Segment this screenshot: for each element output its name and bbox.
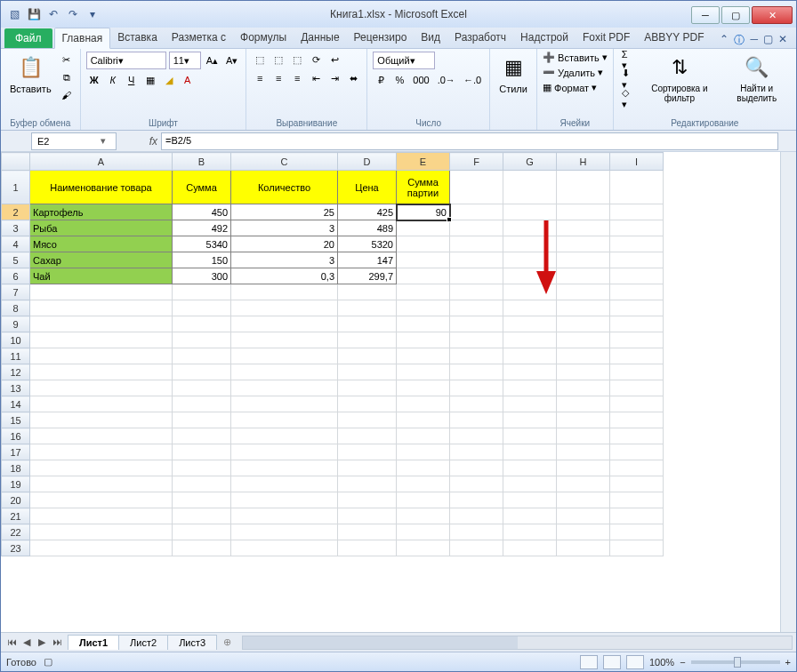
cell[interactable]: Сумма партии (397, 171, 450, 204)
formula-input[interactable]: =B2/5 (161, 132, 778, 150)
cell[interactable] (30, 364, 173, 380)
cell[interactable]: 0,3 (231, 268, 338, 284)
cell[interactable] (503, 332, 557, 348)
merge-icon[interactable]: ⬌ (345, 70, 361, 86)
cell[interactable] (397, 380, 450, 396)
cell[interactable] (610, 428, 664, 444)
cell[interactable] (338, 508, 397, 524)
cell[interactable] (450, 268, 503, 284)
cell[interactable] (30, 460, 173, 476)
page-break-view-button[interactable] (626, 655, 644, 669)
cell[interactable] (338, 396, 397, 412)
copy-icon[interactable]: ⧉ (59, 69, 75, 85)
sort-filter-button[interactable]: ⇅ Сортировка и фильтр (640, 52, 719, 105)
ribbon-tab[interactable]: Надстрой (513, 28, 576, 48)
tab-first-icon[interactable]: ⏮ (4, 636, 19, 648)
select-all-corner[interactable] (2, 153, 30, 171)
cell[interactable] (397, 268, 450, 284)
row-header[interactable]: 6 (2, 268, 30, 284)
cell[interactable]: 147 (338, 252, 397, 268)
cell[interactable] (173, 476, 231, 492)
cell[interactable] (450, 412, 503, 428)
cell[interactable] (338, 460, 397, 476)
cell[interactable]: 425 (338, 204, 397, 220)
cell[interactable] (610, 171, 664, 204)
cell[interactable] (610, 524, 664, 540)
row-header[interactable]: 16 (2, 428, 30, 444)
cell[interactable] (503, 236, 557, 252)
page-layout-view-button[interactable] (603, 655, 621, 669)
cell[interactable] (397, 492, 450, 508)
cell[interactable] (231, 300, 338, 316)
cell[interactable] (557, 332, 610, 348)
maximize-button[interactable]: ▢ (721, 6, 750, 24)
cell[interactable] (450, 252, 503, 268)
row-header[interactable]: 2 (2, 204, 30, 220)
cell[interactable]: Цена (338, 171, 397, 204)
cell[interactable] (397, 428, 450, 444)
cell[interactable] (30, 316, 173, 332)
cell[interactable] (503, 204, 557, 220)
cell[interactable] (503, 300, 557, 316)
cell[interactable] (231, 540, 338, 556)
ribbon-window-close-icon[interactable]: ✕ (778, 33, 787, 48)
cell[interactable] (231, 380, 338, 396)
cell[interactable] (557, 364, 610, 380)
tab-last-icon[interactable]: ⏭ (50, 636, 64, 648)
cell[interactable] (173, 348, 231, 364)
cell[interactable]: Сахар (30, 252, 173, 268)
cell[interactable]: Картофель (30, 204, 173, 220)
row-header[interactable]: 23 (2, 540, 30, 556)
cell[interactable]: 3 (231, 252, 338, 268)
cell[interactable] (30, 508, 173, 524)
row-header[interactable]: 22 (2, 524, 30, 540)
align-left-icon[interactable]: ≡ (252, 70, 268, 86)
cell[interactable] (338, 284, 397, 300)
cell[interactable] (397, 364, 450, 380)
cell[interactable] (338, 380, 397, 396)
row-header[interactable]: 20 (2, 492, 30, 508)
cell[interactable] (231, 492, 338, 508)
cell[interactable] (30, 300, 173, 316)
fill-handle[interactable] (447, 217, 452, 222)
row-header[interactable]: 14 (2, 396, 30, 412)
cell[interactable] (173, 284, 231, 300)
ribbon-window-restore-icon[interactable]: ▢ (763, 33, 773, 48)
vertical-scrollbar[interactable] (780, 152, 796, 632)
cell[interactable] (557, 252, 610, 268)
cell[interactable] (338, 316, 397, 332)
italic-button[interactable]: К (105, 72, 121, 88)
cell[interactable] (503, 428, 557, 444)
cell[interactable] (173, 428, 231, 444)
decrease-decimal-icon[interactable]: ←.0 (461, 72, 484, 88)
row-header[interactable]: 8 (2, 300, 30, 316)
cell[interactable] (450, 171, 503, 204)
cell[interactable] (173, 364, 231, 380)
cell[interactable] (610, 508, 664, 524)
align-bottom-icon[interactable]: ⬚ (289, 52, 305, 68)
cell[interactable] (173, 380, 231, 396)
cell[interactable] (557, 476, 610, 492)
insert-cells-button[interactable]: ➕Вставить ▾ (543, 52, 608, 63)
cell[interactable]: 450 (173, 204, 231, 220)
column-header[interactable]: C (231, 153, 338, 171)
cell[interactable] (397, 508, 450, 524)
styles-button[interactable]: ▦ Стили (495, 52, 531, 96)
ribbon-tab[interactable]: Разработч (447, 28, 513, 48)
horizontal-scrollbar[interactable] (242, 636, 793, 650)
cell[interactable] (397, 476, 450, 492)
row-header[interactable]: 15 (2, 412, 30, 428)
cell[interactable] (450, 476, 503, 492)
format-painter-icon[interactable]: 🖌 (59, 87, 75, 103)
fill-icon[interactable]: ⬇ ▾ (619, 71, 637, 87)
cell[interactable] (173, 300, 231, 316)
zoom-level[interactable]: 100% (649, 657, 674, 668)
cell[interactable] (557, 444, 610, 460)
sheet-tab[interactable]: Лист3 (167, 635, 217, 650)
ribbon-tab[interactable]: Вставка (110, 28, 165, 48)
cell[interactable] (30, 396, 173, 412)
cell[interactable] (231, 460, 338, 476)
cell[interactable] (450, 540, 503, 556)
ribbon-window-min-icon[interactable]: ─ (750, 33, 758, 48)
column-header[interactable]: B (173, 153, 231, 171)
